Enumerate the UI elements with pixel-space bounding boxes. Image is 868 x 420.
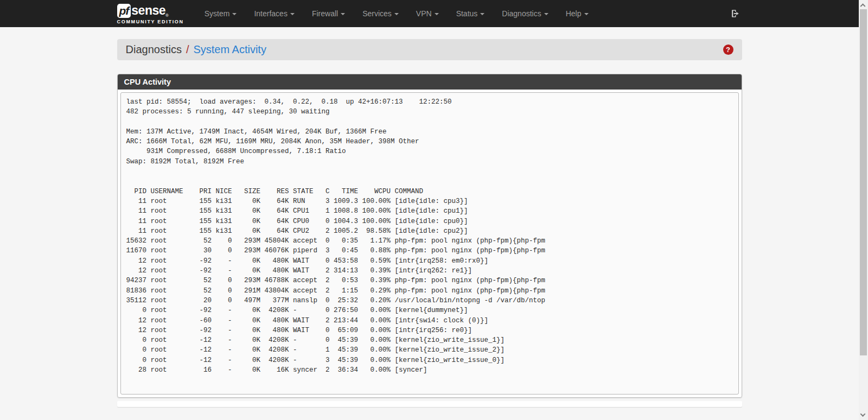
scroll-up-icon[interactable] — [861, 3, 865, 7]
registered-mark: ® — [165, 13, 169, 18]
help-icon[interactable]: ? — [723, 44, 733, 55]
pfsense-logo[interactable]: pfsense® COMMUNITY EDITION — [117, 3, 184, 24]
caret-down-icon — [480, 13, 484, 15]
menu-item-help[interactable]: Help — [557, 1, 597, 26]
menu-item-interfaces[interactable]: Interfaces — [245, 1, 303, 26]
main-menu: System Interfaces Firewall Services VPN … — [196, 1, 728, 26]
sign-out-icon — [730, 9, 740, 18]
scroll-down-icon[interactable] — [861, 413, 865, 417]
logo-pf-text: pf — [119, 4, 129, 17]
logo-sense-text: sense — [131, 3, 165, 17]
browser-scrollbar[interactable] — [859, 0, 868, 420]
logo-edition-label: COMMUNITY EDITION — [117, 20, 184, 24]
caret-down-icon — [341, 13, 345, 15]
cpu-activity-panel: CPU Activity last pid: 58554; load avera… — [117, 74, 742, 398]
menu-item-services[interactable]: Services — [354, 1, 407, 26]
breadcrumb-page-link[interactable]: System Activity — [193, 43, 266, 56]
breadcrumb-section: Diagnostics — [126, 43, 182, 56]
top-navbar: pfsense® COMMUNITY EDITION System Interf… — [0, 0, 859, 27]
footer-bar — [117, 401, 742, 407]
menu-item-status[interactable]: Status — [448, 1, 494, 26]
menu-item-diagnostics[interactable]: Diagnostics — [493, 1, 557, 26]
caret-down-icon — [232, 13, 237, 15]
menu-item-system[interactable]: System — [196, 1, 246, 26]
menu-item-firewall[interactable]: Firewall — [303, 1, 354, 26]
panel-title: CPU Activity — [118, 74, 742, 90]
caret-down-icon — [290, 13, 295, 15]
caret-down-icon — [435, 13, 439, 15]
console-output: last pid: 58554; load averages: 0.34, 0.… — [120, 92, 739, 394]
caret-down-icon — [544, 13, 548, 15]
panel-body: last pid: 58554; load averages: 0.34, 0.… — [118, 90, 742, 397]
logo-pf-box: pf — [117, 4, 131, 18]
breadcrumb: Diagnostics / System Activity ? — [117, 39, 742, 60]
caret-down-icon — [584, 13, 589, 15]
menu-item-vpn[interactable]: VPN — [407, 1, 448, 26]
page: pfsense® COMMUNITY EDITION System Interf… — [0, 0, 859, 407]
scrollbar-thumb[interactable] — [860, 9, 867, 355]
breadcrumb-separator: / — [182, 43, 194, 56]
logout-button[interactable] — [728, 7, 742, 21]
caret-down-icon — [394, 13, 399, 15]
